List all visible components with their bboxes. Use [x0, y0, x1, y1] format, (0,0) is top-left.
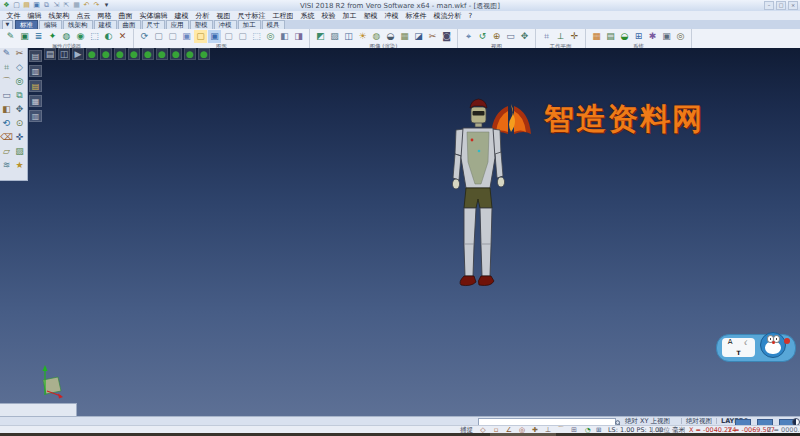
view-iso-icon[interactable]: ● — [86, 48, 98, 60]
view-right-icon[interactable]: ● — [128, 48, 140, 60]
visibility-icon[interactable]: ◉ — [74, 30, 87, 43]
tab-mould[interactable]: 塑模 — [190, 20, 213, 30]
maximize-button[interactable]: □ — [776, 1, 786, 10]
view-top-icon[interactable]: ● — [100, 48, 112, 60]
circle-tool-icon[interactable]: ◎ — [14, 75, 26, 87]
invert-selection-icon[interactable]: ◐ — [102, 30, 115, 43]
light-icon[interactable]: ☀ — [356, 30, 369, 43]
material-icon[interactable]: ◍ — [370, 30, 383, 43]
pan-view-icon[interactable]: ✥ — [518, 30, 531, 43]
previous-view-icon[interactable]: ◧ — [278, 30, 291, 43]
point-tool-icon[interactable]: ⌗ — [1, 61, 13, 73]
hidden-line-icon[interactable]: ▢ — [166, 30, 179, 43]
zoom-all-icon[interactable]: ▣ — [208, 30, 221, 43]
dynamic-rotate-icon[interactable]: ◎ — [264, 30, 277, 43]
view-back-icon[interactable]: ● — [156, 48, 168, 60]
input-method-widget[interactable]: A ☾ T — [716, 330, 798, 364]
viewport-canvas[interactable]: ▤◫▶●●●●●●●●● ▤▥▤▦▥ ✎✂⌗◇⌒◎▭⧉◧✥⟲⊙⌫✜▱▨≋★ 智造… — [0, 48, 800, 416]
move-tool-icon[interactable]: ✥ — [14, 103, 26, 115]
measure-icon[interactable]: ⌖ — [462, 30, 475, 43]
zoom-window-icon[interactable]: ▢ — [194, 30, 207, 43]
measure-tool-icon[interactable]: ≋ — [1, 159, 13, 171]
shadow-icon[interactable]: ◒ — [384, 30, 397, 43]
star-tool-icon[interactable]: ★ — [14, 159, 26, 171]
palette-icon[interactable]: ▦ — [590, 30, 603, 43]
offset-tool-icon[interactable]: ⧉ — [14, 89, 26, 101]
close-button[interactable]: × — [788, 1, 798, 10]
bodies-panel-icon[interactable]: ▥ — [29, 65, 42, 77]
selection-box-icon[interactable]: ⬚ — [88, 30, 101, 43]
workplane-xy-icon[interactable]: ⌗ — [540, 30, 553, 43]
layer-panel-icon[interactable]: ▤ — [29, 50, 42, 62]
tab-application[interactable]: 应用 — [166, 20, 189, 30]
workplane-align-icon[interactable]: ⟂ — [554, 30, 567, 43]
macro-icon[interactable]: ▣ — [660, 30, 673, 43]
view-axono-icon[interactable]: ● — [184, 48, 196, 60]
delete-tool-icon[interactable]: ✂ — [14, 48, 26, 59]
rotate-view-icon[interactable]: ↺ — [476, 30, 489, 43]
viewport-icon[interactable]: ▭ — [504, 30, 517, 43]
mask-icon[interactable]: ◍ — [60, 30, 73, 43]
attributes-icon[interactable]: ✎ — [4, 30, 17, 43]
texture-icon[interactable]: ▦ — [398, 30, 411, 43]
menu-item-15[interactable]: 加工 — [339, 11, 360, 21]
menu-item-18[interactable]: 标准件 — [402, 11, 430, 21]
redraw-icon[interactable]: ⟳ — [138, 30, 151, 43]
menu-item-14[interactable]: 校验 — [318, 11, 339, 21]
refresh-view-icon[interactable]: ◨ — [292, 30, 305, 43]
rectangle-tool-icon[interactable]: ▭ — [1, 89, 13, 101]
menu-item-16[interactable]: 塑模 — [360, 11, 381, 21]
display-mode-icon[interactable]: ▤ — [44, 48, 56, 60]
zoom-in-icon[interactable]: ▢ — [222, 30, 235, 43]
tab-dimension[interactable]: 尺寸 — [142, 20, 165, 30]
shading-icon[interactable]: ◫ — [58, 48, 70, 60]
render-shaded-icon[interactable]: ◩ — [314, 30, 327, 43]
trim-tool-icon[interactable]: ⌫ — [1, 131, 13, 143]
workplane-origin-icon[interactable]: ✛ — [568, 30, 581, 43]
hatch-tool-icon[interactable]: ▨ — [14, 145, 26, 157]
widget-card[interactable]: A ☾ T — [722, 338, 755, 357]
menu-item-17[interactable]: 冲模 — [381, 11, 402, 21]
menu-item-13[interactable]: 系统 — [297, 11, 318, 21]
tab-tooling[interactable]: 模具 — [262, 20, 285, 30]
view-front-icon[interactable]: ● — [114, 48, 126, 60]
zoom-out-icon[interactable]: ▢ — [236, 30, 249, 43]
snapshot-icon[interactable]: ◙ — [440, 30, 453, 43]
render-wireframe-icon[interactable]: ▨ — [328, 30, 341, 43]
tab-modeling[interactable]: 建模 — [94, 20, 117, 30]
minimize-button[interactable]: – — [764, 1, 774, 10]
database-icon[interactable]: ◒ — [618, 30, 631, 43]
section-view-icon[interactable]: ✂ — [426, 30, 439, 43]
tab-machining[interactable]: 加工 — [238, 20, 261, 30]
line-tool-icon[interactable]: ◇ — [14, 61, 26, 73]
tab-edit[interactable]: 编辑 — [39, 20, 62, 30]
tab-die[interactable]: 冲模 — [214, 20, 237, 30]
toolbar-dropdown-icon[interactable]: ▼ — [2, 20, 13, 30]
background-icon[interactable]: ◪ — [412, 30, 425, 43]
grid-settings-icon[interactable]: ⊞ — [632, 30, 645, 43]
shirt-icon[interactable]: T — [736, 349, 740, 356]
moon-icon[interactable]: ☾ — [744, 339, 749, 346]
color-filter-icon[interactable]: ▣ — [18, 30, 31, 43]
element-filter-icon[interactable]: ✦ — [46, 30, 59, 43]
scale-tool-icon[interactable]: ⊙ — [14, 117, 26, 129]
widget-letter[interactable]: A — [728, 339, 733, 346]
view-bottom-icon[interactable]: ● — [170, 48, 182, 60]
calculator-icon[interactable]: ▤ — [604, 30, 617, 43]
tab-surface[interactable]: 曲面 — [118, 20, 141, 30]
menu-item-19[interactable]: 模流分析 — [430, 11, 465, 21]
view-left-icon[interactable]: ● — [142, 48, 154, 60]
help-icon[interactable]: ◎ — [674, 30, 687, 43]
tab-standard[interactable]: 标准 — [15, 20, 38, 30]
render-quality-icon[interactable]: ◫ — [342, 30, 355, 43]
tools-icon[interactable]: ✱ — [646, 30, 659, 43]
shaded-display-icon[interactable]: ▣ — [180, 30, 193, 43]
view-dynamic-icon[interactable]: ● — [198, 48, 210, 60]
menu-item-20[interactable]: ? — [465, 12, 476, 20]
ucs-panel-icon[interactable]: ▥ — [29, 110, 42, 122]
mirror-tool-icon[interactable]: ◧ — [1, 103, 13, 115]
text-tool-icon[interactable]: ▱ — [1, 145, 13, 157]
layer-filter-icon[interactable]: ≣ — [32, 30, 45, 43]
dimension-tool-icon[interactable]: ✜ — [14, 131, 26, 143]
rotate-tool-icon[interactable]: ⟲ — [1, 117, 13, 129]
